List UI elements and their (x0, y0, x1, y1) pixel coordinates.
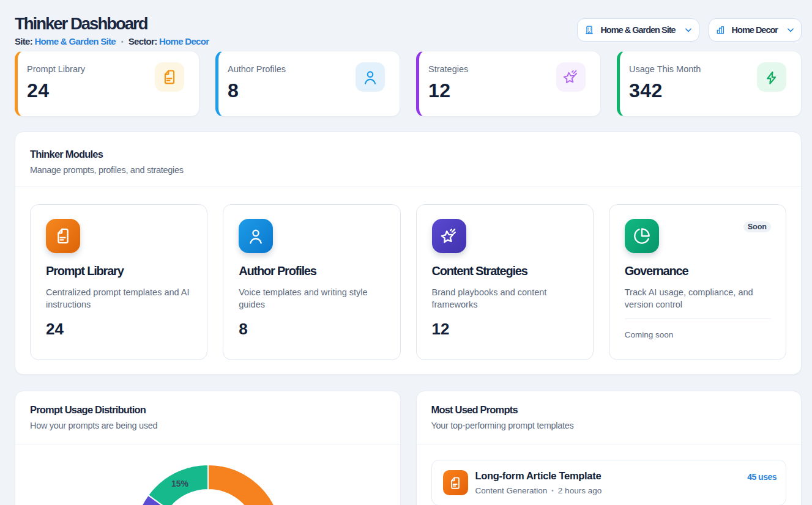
svg-text:15%: 15% (171, 479, 189, 488)
